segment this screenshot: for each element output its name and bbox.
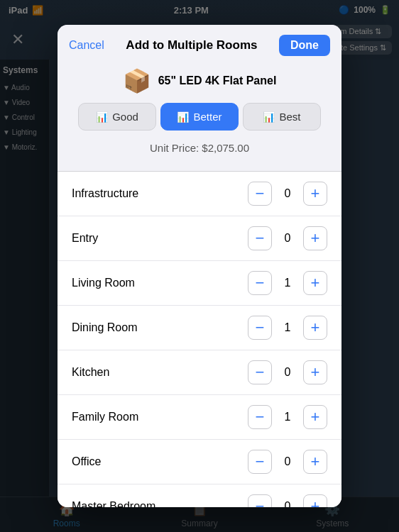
plus-button-5[interactable]: + — [303, 405, 327, 429]
room-row: Office − 0 + — [58, 440, 341, 484]
room-row: Infrastructure − 0 + — [58, 172, 341, 216]
room-list: Infrastructure − 0 + Entry − 0 + Living … — [58, 172, 341, 507]
stepper-value-7: 0 — [279, 500, 296, 507]
best-chart-icon: 📊 — [263, 111, 275, 123]
plus-button-0[interactable]: + — [303, 182, 327, 206]
quality-selector: 📊 Good 📊 Better 📊 Best — [69, 103, 330, 131]
stepper-6: − 0 + — [248, 450, 327, 474]
room-name-0: Infrastructure — [72, 187, 239, 200]
room-name-1: Entry — [72, 232, 239, 245]
plus-button-6[interactable]: + — [303, 450, 327, 474]
stepper-5: − 1 + — [248, 405, 327, 429]
stepper-0: − 0 + — [248, 182, 327, 206]
minus-button-2[interactable]: − — [248, 271, 272, 295]
stepper-value-1: 0 — [279, 232, 296, 245]
stepper-value-2: 1 — [279, 277, 296, 289]
product-info: 📦 65" LED 4K Flat Panel — [123, 67, 277, 94]
room-row: Family Room − 1 + — [58, 395, 341, 440]
room-name-3: Dining Room — [72, 321, 239, 334]
quality-good-label: Good — [112, 111, 138, 123]
stepper-2: − 1 + — [248, 271, 327, 295]
cancel-button[interactable]: Cancel — [69, 39, 104, 52]
stepper-value-4: 0 — [279, 366, 296, 379]
minus-button-0[interactable]: − — [248, 182, 272, 206]
room-name-7: Master Bedroom — [72, 500, 239, 507]
stepper-4: − 0 + — [248, 360, 327, 384]
stepper-value-5: 1 — [279, 411, 296, 423]
room-row: Master Bedroom − 0 + — [58, 484, 341, 507]
minus-button-4[interactable]: − — [248, 360, 272, 384]
quality-good-button[interactable]: 📊 Good — [78, 103, 156, 131]
product-name: 65" LED 4K Flat Panel — [158, 74, 277, 87]
quality-better-label: Better — [193, 111, 222, 123]
modal-header: Cancel Add to Multiple Rooms Done — [58, 25, 341, 56]
minus-button-1[interactable]: − — [248, 226, 272, 250]
stepper-value-3: 1 — [279, 321, 296, 334]
product-icon: 📦 — [123, 67, 151, 94]
stepper-7: − 0 + — [248, 494, 327, 507]
room-name-2: Living Room — [72, 277, 239, 289]
plus-button-3[interactable]: + — [303, 316, 327, 340]
room-row: Kitchen − 0 + — [58, 350, 341, 395]
stepper-1: − 0 + — [248, 226, 327, 250]
product-section: 📦 65" LED 4K Flat Panel 📊 Good 📊 Better … — [58, 56, 341, 171]
unit-price: Unit Price: $2,075.00 — [150, 139, 249, 160]
minus-button-6[interactable]: − — [248, 450, 272, 474]
quality-better-button[interactable]: 📊 Better — [160, 103, 239, 131]
modal-overlay: Cancel Add to Multiple Rooms Done 📦 65" … — [0, 0, 399, 532]
done-button[interactable]: Done — [279, 35, 330, 56]
quality-best-button[interactable]: 📊 Best — [243, 103, 321, 131]
room-name-5: Family Room — [72, 411, 239, 423]
stepper-3: − 1 + — [248, 316, 327, 340]
minus-button-5[interactable]: − — [248, 405, 272, 429]
room-name-4: Kitchen — [72, 366, 239, 379]
room-row: Dining Room − 1 + — [58, 306, 341, 350]
modal: Cancel Add to Multiple Rooms Done 📦 65" … — [58, 25, 341, 507]
stepper-value-6: 0 — [279, 455, 296, 468]
plus-button-7[interactable]: + — [303, 494, 327, 507]
modal-title: Add to Multiple Rooms — [126, 38, 257, 52]
plus-button-4[interactable]: + — [303, 360, 327, 384]
plus-button-2[interactable]: + — [303, 271, 327, 295]
room-name-6: Office — [72, 455, 239, 468]
minus-button-7[interactable]: − — [248, 494, 272, 507]
minus-button-3[interactable]: − — [248, 316, 272, 340]
stepper-value-0: 0 — [279, 187, 296, 200]
better-chart-icon: 📊 — [177, 111, 189, 123]
good-chart-icon: 📊 — [96, 111, 108, 123]
room-row: Entry − 0 + — [58, 216, 341, 261]
plus-button-1[interactable]: + — [303, 226, 327, 250]
room-row: Living Room − 1 + — [58, 261, 341, 306]
quality-best-label: Best — [279, 111, 300, 123]
